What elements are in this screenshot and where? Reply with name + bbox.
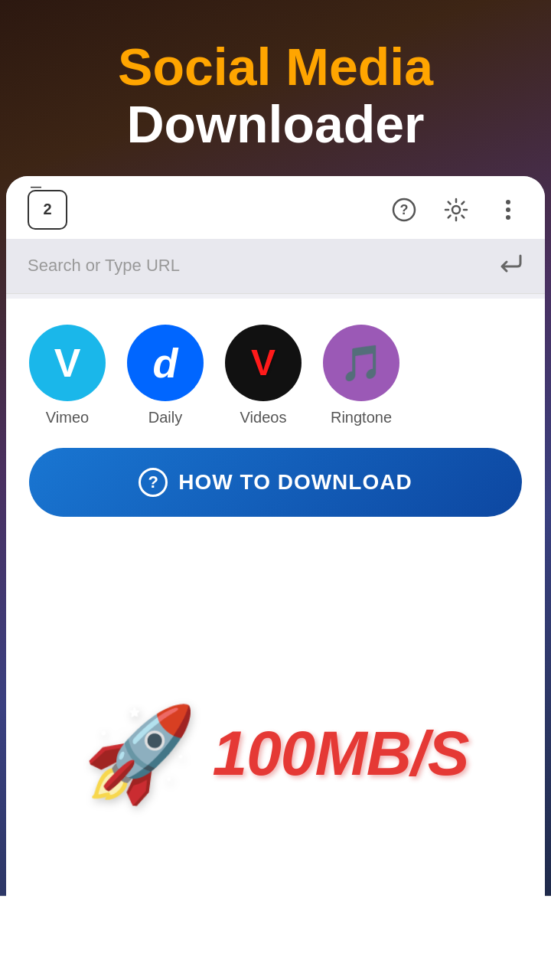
main-card: 2 ? bbox=[6, 176, 545, 980]
top-toolbar: 2 ? bbox=[6, 176, 545, 239]
download-help-icon: ? bbox=[139, 468, 168, 497]
ringtone-label: Ringtone bbox=[331, 409, 392, 426]
rocket-icon: 🚀 bbox=[83, 707, 197, 799]
return-arrow-icon bbox=[496, 253, 523, 274]
tab-count-badge[interactable]: 2 bbox=[28, 190, 67, 230]
help-button[interactable]: ? bbox=[389, 194, 419, 225]
speed-text: 100MB/S bbox=[213, 722, 469, 785]
rocket-speed-section: 🚀 100MB/S bbox=[21, 535, 530, 980]
vimeo-label: Vimeo bbox=[46, 409, 89, 426]
vimeo-icon-item[interactable]: V Vimeo bbox=[29, 325, 106, 426]
videos-icon-item[interactable]: V Videos bbox=[225, 325, 302, 426]
how-to-download-button[interactable]: ? HOW TO DOWNLOAD bbox=[29, 448, 522, 517]
tab-number[interactable]: 2 bbox=[28, 190, 67, 230]
header-line1: Social Media bbox=[15, 38, 536, 96]
card-body: V Vimeo d Daily V Videos bbox=[6, 299, 545, 980]
videos-circle: V bbox=[225, 325, 302, 401]
settings-button[interactable] bbox=[441, 194, 471, 225]
return-icon bbox=[496, 253, 523, 279]
settings-icon bbox=[444, 198, 468, 222]
svg-text:?: ? bbox=[400, 202, 409, 217]
more-icon bbox=[504, 198, 512, 222]
download-btn-label: HOW TO DOWNLOAD bbox=[178, 470, 412, 495]
header-line2: Downloader bbox=[15, 96, 536, 153]
daily-circle: d bbox=[127, 325, 204, 401]
app-icons-row: V Vimeo d Daily V Videos bbox=[21, 317, 530, 442]
daily-icon-item[interactable]: d Daily bbox=[127, 325, 204, 426]
svg-point-3 bbox=[506, 200, 510, 204]
svg-point-2 bbox=[452, 206, 460, 214]
toolbar-icons: ? bbox=[389, 194, 523, 225]
svg-point-4 bbox=[506, 207, 510, 212]
app-header: Social Media Downloader bbox=[0, 0, 551, 176]
search-input[interactable]: Search or Type URL bbox=[28, 256, 496, 276]
videos-label: Videos bbox=[240, 409, 287, 426]
ringtone-circle: 🎵 bbox=[323, 325, 399, 401]
more-button[interactable] bbox=[493, 194, 523, 225]
help-icon: ? bbox=[392, 198, 416, 222]
daily-label: Daily bbox=[148, 409, 182, 426]
vimeo-circle: V bbox=[29, 325, 106, 401]
ringtone-icon-item[interactable]: 🎵 Ringtone bbox=[323, 325, 399, 426]
search-bar[interactable]: Search or Type URL bbox=[6, 239, 545, 294]
svg-point-5 bbox=[506, 215, 510, 220]
